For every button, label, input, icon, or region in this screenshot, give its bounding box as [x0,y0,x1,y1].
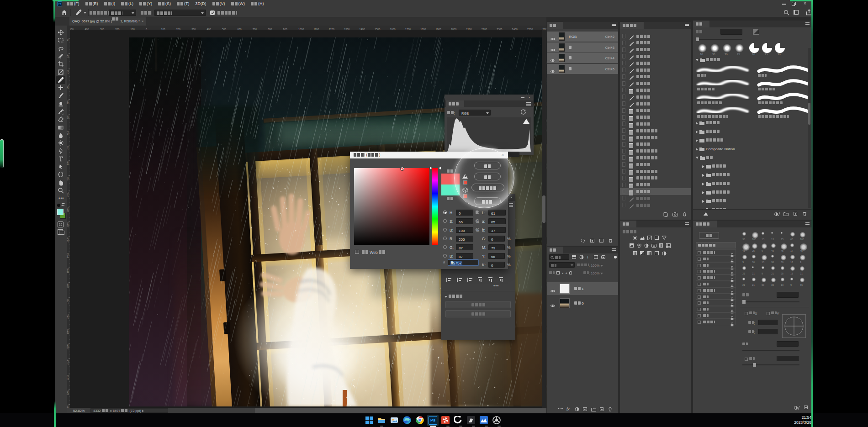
svg-text:2500: 2500 [527,28,533,30]
svg-text:100: 100 [67,54,69,58]
svg-text:800: 800 [268,28,272,30]
svg-text:1500: 1500 [67,268,69,273]
svg-text:1700: 1700 [405,28,411,30]
svg-text:200: 200 [67,70,69,74]
svg-text:2300: 2300 [497,28,502,30]
svg-text:1300: 1300 [67,237,69,242]
svg-text:1600: 1600 [67,283,69,288]
svg-text:100: 100 [161,28,165,30]
svg-text:1000: 1000 [67,192,69,197]
svg-text:200: 200 [176,28,180,30]
svg-text:300: 300 [191,28,196,30]
svg-text:2200: 2200 [482,28,487,30]
svg-text:500: 500 [67,116,69,120]
svg-text:1800: 1800 [420,28,426,30]
svg-text:1100: 1100 [313,28,319,30]
svg-text:1200: 1200 [329,28,334,30]
svg-text:900: 900 [67,176,69,180]
svg-text:300: 300 [100,28,104,30]
svg-text:1900: 1900 [436,28,441,30]
svg-text:2400: 2400 [512,28,518,30]
svg-text:800: 800 [67,161,69,165]
svg-text:600: 600 [237,28,241,30]
svg-text:100: 100 [131,28,135,30]
svg-text:200: 200 [115,28,119,30]
svg-text:2200: 2200 [67,375,69,380]
svg-text:1500: 1500 [375,28,380,30]
svg-text:1800: 1800 [67,314,69,319]
svg-text:300: 300 [67,85,69,89]
svg-text:700: 700 [67,146,69,150]
svg-text:400: 400 [67,100,69,104]
svg-text:1100: 1100 [67,207,69,212]
svg-text:0: 0 [67,39,69,41]
svg-text:1400: 1400 [360,28,365,30]
svg-text:2000: 2000 [67,344,69,349]
svg-text:1400: 1400 [67,253,69,258]
svg-text:1900: 1900 [67,329,69,334]
svg-text:2100: 2100 [466,28,471,30]
svg-text:400: 400 [85,28,89,30]
svg-text:1700: 1700 [67,299,69,304]
svg-text:2300: 2300 [67,390,69,395]
svg-text:2100: 2100 [67,359,69,364]
svg-text:600: 600 [67,131,69,135]
svg-text:500: 500 [222,28,226,30]
svg-text:400: 400 [207,28,211,30]
svg-text:1200: 1200 [67,222,69,227]
svg-text:0: 0 [146,28,147,30]
svg-text:900: 900 [283,28,287,30]
svg-text:1300: 1300 [344,28,349,30]
svg-text:700: 700 [253,28,257,30]
svg-text:1600: 1600 [390,28,395,30]
svg-text:2000: 2000 [451,28,456,30]
svg-text:1000: 1000 [298,28,304,30]
